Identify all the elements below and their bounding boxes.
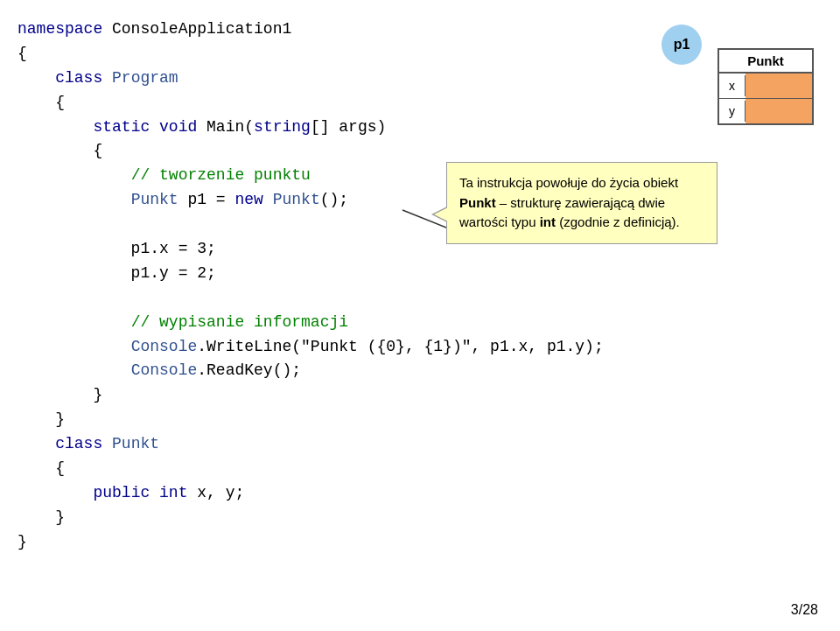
code-line-12 — [18, 286, 604, 311]
code-line-4: { — [18, 91, 604, 116]
code-line-16: } — [18, 383, 604, 408]
p1-label: p1 — [662, 25, 702, 65]
kw-void: void — [159, 118, 197, 136]
kw-static: static — [93, 118, 150, 136]
code-line-6: { — [18, 139, 604, 164]
code-line-20: public int x, y; — [18, 481, 604, 506]
diagram-row-x: x — [719, 74, 812, 99]
classname-console-1: Console — [131, 338, 198, 355]
classname-program: Program — [112, 69, 178, 87]
tooltip: Ta instrukcja powołuje do życia obiekt P… — [446, 162, 718, 244]
code-block: namespace ConsoleApplication1 { class Pr… — [18, 18, 604, 555]
diagram-value-x — [746, 74, 812, 98]
comment-tworzenie: // tworzenie punktu — [131, 166, 311, 184]
diagram-label-y: y — [719, 101, 746, 122]
code-line-13: // wypisanie informacji — [18, 311, 604, 335]
kw-namespace: namespace — [18, 20, 102, 38]
comment-wypisanie: // wypisanie informacji — [131, 313, 348, 331]
code-line-19: { — [18, 457, 604, 481]
code-line-18: class Punkt — [18, 432, 604, 457]
code-line-3: class Program — [18, 67, 604, 91]
tooltip-text-before: Ta instrukcja powołuje do życia obiekt — [459, 175, 678, 190]
classname-punkt-2: Punkt — [273, 191, 320, 208]
classname-console-2: Console — [131, 361, 198, 379]
tooltip-text-end: (zgodnie z definicją). — [556, 214, 680, 229]
kw-string: string — [254, 118, 311, 136]
tooltip-bold-int: int — [540, 214, 556, 229]
code-line-5: static void Main(string[] args) — [18, 116, 604, 140]
diagram-row-y: y — [719, 99, 812, 123]
code-line-2: { — [18, 42, 604, 67]
code-line-1: namespace ConsoleApplication1 — [18, 18, 604, 42]
tooltip-bold-punkt: Punkt — [459, 195, 496, 210]
diagram-value-y — [746, 99, 812, 123]
code-line-11: p1.y = 2; — [18, 262, 604, 286]
page-number: 3/28 — [791, 602, 818, 618]
class-diagram: Punkt x y — [718, 48, 814, 125]
kw-public: public — [93, 484, 150, 501]
kw-class-2: class — [55, 435, 102, 452]
classname-punkt-1: Punkt — [131, 191, 178, 208]
code-line-21: } — [18, 506, 604, 530]
code-line-22: } — [18, 530, 604, 555]
kw-class: class — [55, 69, 102, 87]
code-line-14: Console.WriteLine("Punkt ({0}, {1})", p1… — [18, 335, 604, 360]
diagram-label-x: x — [719, 75, 746, 96]
classname-punkt-3: Punkt — [112, 435, 159, 452]
code-line-17: } — [18, 408, 604, 432]
diagram-title: Punkt — [719, 50, 812, 74]
code-line-15: Console.ReadKey(); — [18, 359, 604, 383]
kw-new: new — [234, 191, 262, 208]
kw-int: int — [159, 484, 187, 501]
